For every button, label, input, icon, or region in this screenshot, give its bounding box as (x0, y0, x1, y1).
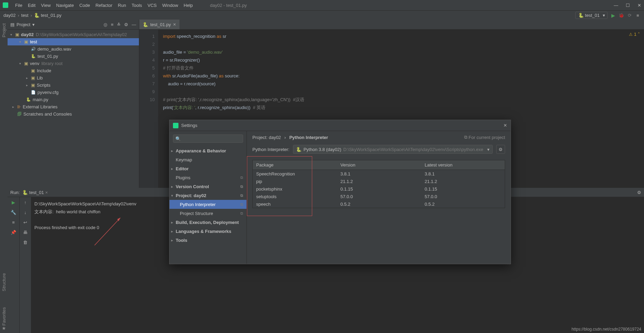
collapse-icon[interactable]: ≛ (117, 22, 121, 27)
menu-file[interactable]: File (13, 3, 24, 8)
down-arrow-icon[interactable]: ↓ (24, 210, 26, 215)
close-tab-icon[interactable]: ✕ (173, 22, 176, 27)
tree-folder-venv[interactable]: ▾▣venvlibrary root (8, 60, 139, 67)
favorites-star-icon: ★ (2, 325, 6, 331)
favorites-toolwindow-button[interactable]: Favorites (1, 307, 7, 325)
interpreter-gear-button[interactable]: ⚙ (496, 145, 505, 154)
tree-file-pyvenv[interactable]: 📄pyvenv.cfg (8, 89, 139, 96)
breadcrumb-folder[interactable]: test (21, 13, 29, 18)
tree-folder-include[interactable]: ▣Include (8, 67, 139, 74)
maximize-icon[interactable]: ☐ (626, 3, 630, 8)
settings-crumb-project[interactable]: Project: day02 (252, 135, 281, 140)
col-latest[interactable]: Latest version (421, 160, 505, 170)
chevron-right-icon: › (284, 135, 286, 140)
pin-icon[interactable]: 📌 (11, 230, 16, 235)
close-icon[interactable]: ✕ (503, 123, 507, 128)
tree-project-root[interactable]: ▾▣day02D:\SkyWorkSpace\WorkSpace\Ai\Temp… (8, 31, 139, 38)
nav-vcs[interactable]: ▸Version Control⧉ (170, 182, 247, 191)
nav-python-interpreter[interactable]: Python Interpreter⧉ (170, 200, 247, 209)
project-tool-window: ▤ Project ▾ ◎ ≡ ≛ ⚙ — ▾▣day02D:\SkyWorkS… (8, 20, 139, 188)
gear-icon[interactable]: ⚙ (124, 22, 128, 27)
copy-icon: ⧉ (240, 184, 243, 189)
gear-icon[interactable]: ⚙ (637, 190, 641, 195)
filter-icon[interactable]: ≡ (12, 220, 15, 225)
editor-tab-test01[interactable]: 🐍 test_01.py ✕ (139, 20, 179, 29)
copy-icon: ⧉ (464, 135, 467, 140)
interpreter-selector[interactable]: 🐍 Python 3.8 (day02) D:\SkyWorkSpace\Wor… (293, 145, 493, 154)
menu-edit[interactable]: Edit (26, 3, 37, 8)
tree-file-main[interactable]: 🐍main.py (8, 96, 139, 103)
settings-crumb-interpreter: Python Interpreter (289, 135, 328, 140)
nav-project-structure[interactable]: Project Structure⧉ (170, 209, 247, 218)
watermark: https://blog.csdn.net/csdn2780619724 (571, 327, 641, 332)
nav-tools[interactable]: ▸Tools (170, 236, 247, 245)
debug-icon[interactable]: 🐞 (619, 13, 624, 18)
print-icon[interactable]: 🖶 (23, 230, 28, 235)
tree-file-test01[interactable]: 🐍test_01.py (8, 53, 139, 60)
chevron-right-icon: › (18, 13, 19, 18)
menu-refactor[interactable]: Refactor (94, 3, 114, 8)
nav-appearance[interactable]: ▸Appearance & Behavior (170, 146, 247, 155)
menu-vcs[interactable]: VCS (145, 3, 159, 8)
breadcrumb-root[interactable]: day02 (3, 13, 15, 18)
run-icon[interactable]: ▶ (610, 13, 616, 18)
soft-wrap-icon[interactable]: ↩ (23, 220, 27, 225)
up-arrow-icon[interactable]: ↑ (24, 200, 26, 205)
editor-gutter: 1234567910 (139, 30, 158, 188)
tree-folder-test[interactable]: ▾▣test (8, 38, 139, 45)
settings-title: Settings (181, 123, 197, 128)
run-config-selector[interactable]: 🐍 test_01 (575, 12, 608, 19)
window-title: day02 - test_01.py (210, 3, 247, 8)
tree-folder-lib[interactable]: ▸▣Lib (8, 74, 139, 82)
inspection-indicator[interactable]: ⚠ 1 ˄ (629, 32, 640, 37)
app-logo-icon (3, 2, 8, 8)
tree-external-libraries[interactable]: ▸⊪External Libraries (8, 103, 139, 110)
nav-plugins[interactable]: Plugins⧉ (170, 173, 247, 182)
copy-icon: ⧉ (240, 202, 243, 207)
run-tab-test01[interactable]: 🐍 test_01 × (22, 190, 48, 195)
menu-view[interactable]: View (39, 3, 53, 8)
project-view-title[interactable]: ▤ Project ▾ (10, 22, 35, 27)
minimize-icon[interactable]: — (614, 3, 618, 8)
nav-editor[interactable]: ▸Editor (170, 164, 247, 173)
tree-folder-scripts[interactable]: ▸▣Scripts (8, 82, 139, 89)
tree-scratches[interactable]: 🗐Scratches and Consoles (8, 110, 139, 118)
copy-icon: ⧉ (240, 175, 243, 180)
menu-navigate[interactable]: Navigate (54, 3, 76, 8)
annotation-highlight-box (247, 156, 312, 216)
expand-icon[interactable]: ≡ (111, 22, 113, 27)
svg-marker-1 (117, 218, 120, 221)
menu-window[interactable]: Window (160, 3, 180, 8)
col-version[interactable]: Version (337, 160, 421, 170)
menu-code[interactable]: Code (77, 3, 92, 8)
settings-nav: 🔍 ▸Appearance & Behavior Keymap ▸Editor … (170, 131, 247, 264)
interpreter-label: Python Interpreter: (252, 147, 290, 152)
menu-help[interactable]: Help (182, 3, 195, 8)
hide-icon[interactable]: — (132, 22, 136, 27)
breadcrumb-file[interactable]: 🐍 test_01.py (34, 13, 62, 18)
structure-toolwindow-button[interactable]: Structure (1, 273, 7, 291)
copy-icon: ⧉ (240, 211, 243, 216)
project-toolwindow-button[interactable]: Project (1, 23, 7, 37)
settings-search-input[interactable]: 🔍 (173, 135, 243, 143)
nav-project[interactable]: ▾Project: day02⧉ (170, 191, 247, 200)
stop-icon[interactable]: ■ (635, 13, 641, 18)
navigation-bar: day02 › test › 🐍 test_01.py 🐍 test_01 ▶ … (0, 10, 644, 20)
menu-tools[interactable]: Tools (130, 3, 144, 8)
svg-line-0 (95, 218, 120, 245)
nav-keymap[interactable]: Keymap (170, 155, 247, 164)
menu-run[interactable]: Run (116, 3, 128, 8)
run-label: Run: (10, 190, 20, 195)
wrench-icon[interactable]: 🔧 (11, 210, 16, 215)
settings-dialog: Settings ✕ 🔍 ▸Appearance & Behavior Keym… (169, 120, 511, 264)
copy-icon: ⧉ (240, 193, 243, 198)
rerun-icon[interactable]: ▶ (12, 200, 15, 205)
for-current-project-label: ⧉For current project (464, 135, 505, 140)
tree-file-demo-audio[interactable]: 🔊demo_audio.wav (8, 45, 139, 53)
coverage-icon[interactable]: ⟳ (627, 13, 632, 18)
trash-icon[interactable]: 🗑 (23, 240, 28, 245)
nav-languages[interactable]: ▸Languages & Frameworks (170, 227, 247, 236)
nav-build[interactable]: ▸Build, Execution, Deployment (170, 218, 247, 227)
target-icon[interactable]: ◎ (103, 22, 107, 27)
close-window-icon[interactable]: ✕ (637, 3, 641, 8)
